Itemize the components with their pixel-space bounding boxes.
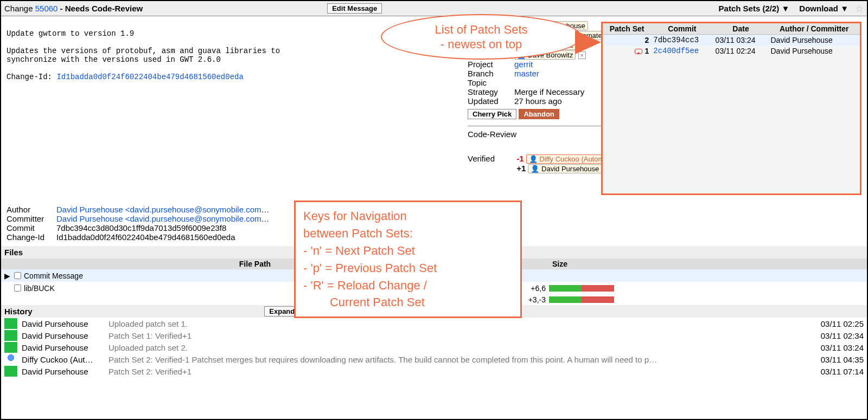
star-icon[interactable]: ☆ (855, 3, 864, 15)
comment-icon (635, 49, 642, 54)
patch-set-row[interactable]: 2 7dbc394cc303/11 03:24David Pursehouse (603, 35, 860, 46)
file-checkbox[interactable] (14, 285, 21, 292)
avatar-icon (4, 354, 17, 365)
annotation-box: Keys for Navigation between Patch Sets: … (294, 201, 522, 318)
patch-set-row[interactable]: 1 2c400df5ee03/11 02:24David Pursehouse (603, 46, 860, 56)
avatar-icon (4, 318, 17, 329)
verifier-chip[interactable]: 👤 David Pursehouse (528, 164, 602, 173)
abandon-button[interactable]: Abandon (519, 109, 559, 119)
edit-message-button[interactable]: Edit Message (327, 3, 382, 14)
author-link[interactable]: David Pursehouse <david.pursehouse@sonym… (56, 205, 261, 214)
code-review-label: Code-Review (468, 130, 516, 139)
history-row[interactable]: David PursehouseUploaded patch set 2.03/… (1, 341, 867, 353)
patch-sets-dropdown[interactable]: Patch Sets (2/2) ▼ (719, 4, 790, 13)
history-row[interactable]: Diffy Cuckoo (Aut…Patch Set 2: Verified-… (1, 353, 867, 365)
cherry-pick-button[interactable]: Cherry Pick (468, 109, 516, 119)
patch-sets-panel: Patch SetCommitDateAuthor / Committer 2 … (601, 22, 861, 195)
change-number-link[interactable]: 55060 (35, 4, 58, 13)
change-title: Change 55060 - Needs Code-Review (4, 4, 143, 13)
history-row[interactable]: David PursehouseUploaded patch set 1.03/… (1, 318, 867, 329)
expand-icon[interactable]: ▶ (4, 272, 12, 280)
project-link[interactable]: gerrit (514, 60, 533, 69)
commit-message: Update gwtorm to version 1.9 Updates the… (7, 21, 408, 205)
file-checkbox[interactable] (14, 272, 21, 279)
commit-hash: 7dbc394cc3d80d30c1ff9da7013d59f6009e23f8 (56, 223, 226, 232)
committer-link[interactable]: David Pursehouse <david.pursehouse@sonym… (56, 214, 261, 223)
history-row[interactable]: David PursehousePatch Set 2: Verified+10… (1, 365, 867, 377)
history-row[interactable]: David PursehousePatch Set 1: Verified+10… (1, 329, 867, 341)
branch-link[interactable]: master (514, 69, 539, 78)
avatar-icon (4, 342, 17, 353)
change-id-link[interactable]: Id1badda0d0f24f6022404be479d4681560ed0ed… (56, 73, 243, 81)
avatar-icon (4, 366, 17, 377)
change-id-hash: Id1badda0d0f24f6022404be479d4681560ed0ed… (56, 232, 235, 242)
annotation-bubble: List of Patch Sets - newest on top (381, 14, 582, 60)
avatar-icon (4, 330, 17, 341)
topbar: Change 55060 - Needs Code-Review Edit Me… (1, 1, 867, 16)
download-dropdown[interactable]: Download ▼ (799, 4, 848, 13)
annotation-bubble-tail (577, 33, 600, 52)
